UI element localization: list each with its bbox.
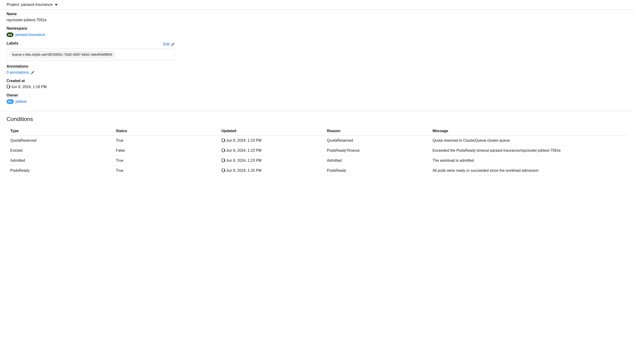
cell-message: The workload is admitted — [429, 156, 627, 166]
cell-reason: PodsReadyTimeout — [323, 146, 429, 156]
table-row: AdmittedTrueJun 8, 2024, 1:23 PMAdmitted… — [7, 156, 627, 166]
field-namespace: Namespace NS parasol-insurance — [7, 26, 627, 37]
caret-down-icon[interactable] — [55, 4, 58, 6]
cell-updated: Jun 8, 2024, 1:23 PM — [218, 146, 323, 156]
globe-icon — [221, 148, 225, 152]
name-label: Name — [7, 12, 17, 16]
owner-link[interactable]: jobtest — [16, 100, 27, 104]
cell-message: All pods were ready or succeeded since t… — [429, 166, 627, 176]
globe-icon — [221, 138, 225, 142]
conditions-table: Type Status Updated Reason Message Quota… — [7, 126, 627, 176]
cell-type: QuotaReserved — [7, 136, 112, 146]
conditions-heading: Conditions — [7, 116, 627, 122]
cell-updated: Jun 8, 2024, 1:25 PM — [218, 166, 323, 176]
label-chip[interactable]: kueue.x-k8s.io/job-uid=8f239551-70d2-458… — [9, 51, 115, 58]
pencil-icon — [171, 43, 174, 46]
cell-status: True — [112, 136, 218, 146]
field-name: Name raycluster-jobtest-7591e — [7, 12, 627, 22]
annotations-link[interactable]: 0 annotations — [7, 70, 29, 74]
cell-type: PodsReady — [7, 166, 112, 176]
edit-labels-button[interactable]: Edit — [163, 42, 174, 46]
cell-type: Evicted — [7, 146, 112, 156]
cell-message: Quota reserved in ClusterQueue cluster-q… — [429, 136, 627, 146]
field-annotations: Annotations 0 annotations — [7, 64, 627, 74]
labels-label: Labels — [7, 41, 19, 46]
labels-box: kueue.x-k8s.io/job-uid=8f239551-70d2-458… — [7, 49, 174, 60]
table-row: EvictedFalseJun 8, 2024, 1:23 PMPodsRead… — [7, 146, 627, 156]
cell-status: False — [112, 146, 218, 156]
column-type[interactable]: Type — [7, 126, 112, 136]
edit-labels-text: Edit — [163, 42, 170, 46]
table-row: PodsReadyTrueJun 8, 2024, 1:25 PMPodsRea… — [7, 166, 627, 176]
column-status[interactable]: Status — [112, 126, 218, 136]
cell-reason: PodsReady — [323, 166, 429, 176]
owner-label: Owner — [7, 93, 18, 98]
namespace-label: Namespace — [7, 26, 27, 31]
owner-badge: RC — [7, 99, 14, 104]
cell-type: Admitted — [7, 156, 112, 166]
table-row: QuotaReservedTrueJun 8, 2024, 1:23 PMQuo… — [7, 136, 627, 146]
column-updated[interactable]: Updated — [218, 126, 323, 136]
field-created: Created at Jun 8, 2024, 1:18 PM — [7, 79, 627, 89]
column-reason[interactable]: Reason — [323, 126, 429, 136]
created-value: Jun 8, 2024, 1:18 PM — [11, 85, 47, 89]
cell-message: Exceeded the PodsReady timeout parasol-i… — [429, 146, 627, 156]
cell-status: True — [112, 156, 218, 166]
cell-reason: Admitted — [323, 156, 429, 166]
field-labels: Labels Edit kueue.x-k8s.io/job-uid=8f239… — [7, 41, 627, 60]
field-owner: Owner RC jobtest — [7, 93, 627, 104]
pencil-icon[interactable] — [31, 71, 34, 74]
cell-status: True — [112, 166, 218, 176]
name-value: raycluster-jobtest-7591e — [7, 18, 627, 22]
project-selector[interactable]: Project: parasol-insurance — [7, 2, 53, 7]
namespace-link[interactable]: parasol-insurance — [16, 32, 45, 37]
project-bar: Project: parasol-insurance — [0, 0, 634, 10]
annotations-label: Annotations — [7, 64, 28, 69]
cell-updated: Jun 8, 2024, 1:23 PM — [218, 156, 323, 166]
globe-icon — [7, 85, 10, 88]
globe-icon — [221, 168, 225, 172]
globe-icon — [221, 158, 225, 162]
column-message[interactable]: Message — [429, 126, 627, 136]
cell-reason: QuotaReserved — [323, 136, 429, 146]
details-section: Name raycluster-jobtest-7591e Namespace … — [0, 10, 634, 111]
cell-updated: Jun 8, 2024, 1:23 PM — [218, 136, 323, 146]
created-label: Created at — [7, 79, 25, 84]
conditions-section: Conditions Type Status Updated Reason Me… — [0, 111, 634, 185]
namespace-badge: NS — [7, 32, 14, 37]
